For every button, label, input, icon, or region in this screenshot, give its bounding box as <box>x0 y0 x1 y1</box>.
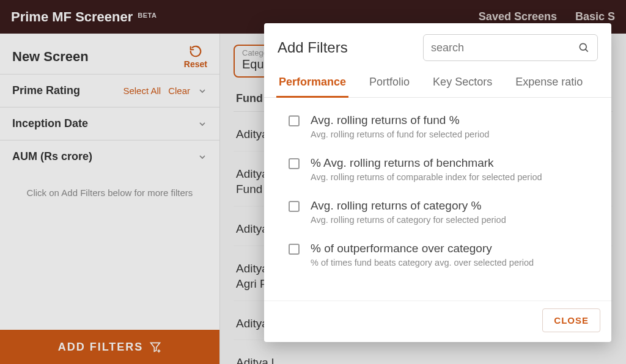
fund-name: Aditva l <box>236 356 274 364</box>
svg-line-3 <box>586 49 588 52</box>
reset-button[interactable]: Reset <box>184 45 207 69</box>
tab-key-sectors[interactable]: Key Sectors <box>432 68 493 97</box>
modal-header: Add Filters <box>264 23 611 68</box>
search-input[interactable] <box>431 42 573 54</box>
sidebar-row-aum[interactable]: AUM (Rs crore) <box>0 140 219 173</box>
row-label: Prime Rating <box>12 84 80 97</box>
close-button[interactable]: CLOSE <box>542 308 600 332</box>
funnel-plus-icon <box>149 341 161 353</box>
filter-option[interactable]: Avg. rolling returns of category % Avg. … <box>289 192 594 235</box>
tab-portfolio[interactable]: Portfolio <box>368 68 411 97</box>
svg-point-2 <box>580 43 586 50</box>
filter-label: Avg. rolling returns of category % <box>311 199 506 213</box>
filter-option[interactable]: % of outperformance over category % of t… <box>289 235 594 277</box>
select-all-link[interactable]: Select All <box>123 86 161 96</box>
reset-label: Reset <box>184 59 207 69</box>
tab-expense-ratio[interactable]: Expense ratio <box>514 68 584 97</box>
header-links: Saved Screens Basic S <box>479 10 615 23</box>
chevron-down-icon[interactable] <box>197 86 207 96</box>
app-title-text: Prime MF Screener <box>11 9 133 25</box>
sidebar-row-prime-rating[interactable]: Prime Rating Select All Clear <box>0 74 219 107</box>
filter-label: % of outperformance over category <box>311 242 534 255</box>
checkbox[interactable] <box>289 115 300 126</box>
sidebar-top: New Screen Reset <box>0 34 219 74</box>
filter-label: % Avg. rolling returns of benchmark <box>311 156 542 170</box>
table-row[interactable]: Aditva l <box>234 346 613 364</box>
row-label: Inception Date <box>12 117 88 130</box>
saved-screens-link[interactable]: Saved Screens <box>479 10 557 23</box>
fund-name: Aditya <box>236 128 268 140</box>
modal-tabs: Performance Portfolio Key Sectors Expens… <box>264 68 611 98</box>
row-controls: Select All Clear <box>123 86 207 96</box>
app-title: Prime MF Screener BETA <box>11 9 156 25</box>
new-screen-title: New Screen <box>12 49 89 65</box>
basic-search-link[interactable]: Basic S <box>575 10 615 23</box>
tab-performance[interactable]: Performance <box>278 68 347 97</box>
clear-link[interactable]: Clear <box>168 86 190 96</box>
filter-search-box[interactable] <box>423 34 598 61</box>
row-label: AUM (Rs crore) <box>12 150 92 163</box>
filter-option[interactable]: % Avg. rolling returns of benchmark Avg.… <box>289 149 594 192</box>
filter-list[interactable]: Avg. rolling returns of fund % Avg. roll… <box>264 98 611 300</box>
chevron-down-icon[interactable] <box>197 119 207 129</box>
checkbox[interactable] <box>289 158 300 169</box>
search-icon[interactable] <box>578 42 590 54</box>
filter-desc: Avg. rolling returns of category for sel… <box>311 215 506 225</box>
add-filters-modal: Add Filters Performance Portfolio Key Se… <box>264 23 611 342</box>
filter-label: Avg. rolling returns of fund % <box>311 114 489 127</box>
add-filters-label: ADD FILTERS <box>58 341 144 354</box>
filter-desc: Avg. rolling returns of comparable index… <box>311 172 542 182</box>
filter-option[interactable]: Avg. rolling returns of fund % Avg. roll… <box>289 106 594 149</box>
modal-title: Add Filters <box>278 39 348 56</box>
sidebar: New Screen Reset Prime Rating Select All… <box>0 34 220 364</box>
chevron-down-icon[interactable] <box>197 152 207 162</box>
checkbox[interactable] <box>289 201 300 212</box>
checkbox[interactable] <box>289 244 300 255</box>
beta-badge: BETA <box>138 12 156 19</box>
sidebar-helper-text: Click on Add Filters below for more filt… <box>0 173 219 213</box>
sidebar-row-inception-date[interactable]: Inception Date <box>0 107 219 140</box>
modal-footer: CLOSE <box>264 300 611 342</box>
filter-desc: % of times fund beats category avg. over… <box>311 258 534 268</box>
filter-desc: Avg. rolling returns of fund for selecte… <box>311 129 489 139</box>
add-filters-button[interactable]: ADD FILTERS <box>0 330 219 364</box>
reset-icon <box>189 45 202 58</box>
